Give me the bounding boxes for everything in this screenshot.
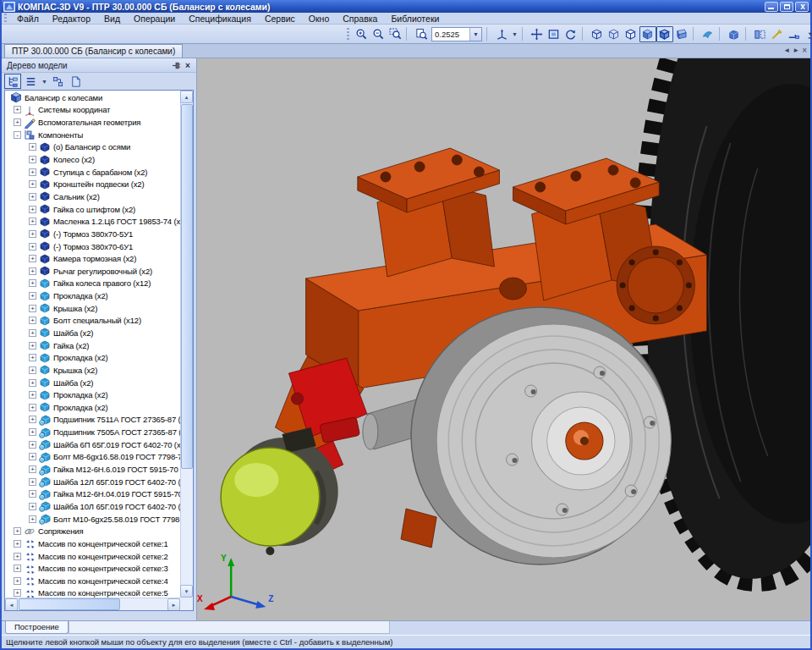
expand-toggle[interactable]: + [29,206,36,213]
zoom-in-button[interactable] [353,26,370,42]
tree-item[interactable]: +(-) Тормоз 380х70-6У1 [5,240,180,253]
tree-item[interactable]: +(-) Тормоз 380х70-5У1 [5,228,180,240]
expand-toggle[interactable]: + [29,218,36,225]
dropdown-arrow-icon[interactable]: ▼ [510,31,519,37]
orientation-button[interactable] [493,26,510,42]
pan-button[interactable] [529,26,546,42]
cut-model-button[interactable] [769,26,786,42]
macro-button[interactable] [786,26,803,42]
tree-item[interactable]: +Подшипник 7511А ГОСТ 27365-87 (x2) [5,414,180,427]
expand-toggle[interactable]: + [29,503,36,510]
tree-item[interactable]: +Шайба (x2) [5,377,180,389]
menu-окно[interactable]: Окно [302,14,336,24]
dropdown-arrow-icon[interactable]: ▼ [40,79,49,85]
expand-toggle[interactable]: + [29,267,36,275]
tree-item[interactable]: +Массив по концентрической сетке:5 [5,587,180,598]
composition-button[interactable] [68,74,85,89]
tree-item[interactable]: Балансир с колесами [5,91,180,104]
close-button[interactable]: x [795,2,809,12]
tree-item[interactable]: +Колесо (x2) [5,153,180,166]
restore-button[interactable] [780,2,793,12]
expand-toggle[interactable]: + [29,180,36,188]
tab-close-button[interactable]: × [802,46,807,56]
section-display-button[interactable] [752,26,769,42]
hide-in-components-button[interactable] [726,26,743,42]
expand-toggle[interactable]: + [29,490,36,498]
expand-toggle[interactable]: + [29,230,36,238]
menu-библиотеки[interactable]: Библиотеки [384,14,446,24]
expand-toggle[interactable]: + [14,106,21,113]
menu-справка[interactable]: Справка [336,14,384,24]
expand-toggle[interactable]: + [29,391,36,399]
scroll-left-icon[interactable]: ◄ [5,598,18,611]
expand-toggle[interactable]: + [14,553,21,560]
zoom-scale-input[interactable] [432,28,469,41]
menu-файл[interactable]: Файл [10,14,46,24]
tab-scroll-left-button[interactable]: ◄ [783,46,790,56]
expand-toggle[interactable]: + [29,428,36,436]
toolbar-grip[interactable] [346,27,350,41]
expand-toggle[interactable]: + [29,453,36,460]
tree-item[interactable]: +Шайба (x2) [5,327,180,339]
tree-item[interactable]: +Сопряжения [5,525,180,537]
menu-операции[interactable]: Операции [127,14,182,24]
tree-display-mode-button[interactable] [22,74,39,89]
menu-вид[interactable]: Вид [97,14,127,24]
scroll-up-icon[interactable]: ▲ [180,91,193,103]
tree-item[interactable]: +Прокладка (x2) [5,351,180,364]
tree-item[interactable]: +Болт М8-6gх16.58.019 ГОСТ 7798-70 (x30) [5,451,180,464]
expand-toggle[interactable]: + [14,589,21,597]
expand-toggle[interactable]: + [29,255,36,262]
tree-item[interactable]: +Гайка М12-6Н.04.019 ГОСТ 5915-70 (x4) [5,488,180,501]
tree-item[interactable]: +Гайка М12-6Н.6.019 ГОСТ 5915-70 (x12) [5,463,180,476]
tree-structure-button[interactable] [4,74,21,89]
hidden-lines-thin-button[interactable] [606,26,623,42]
tree-item[interactable]: +Масленка 1.2.Ц6 ГОСТ 19853-74 (x2) [5,215,180,228]
tree-item[interactable]: +Системы координат [5,104,180,117]
tree-item[interactable]: +Вспомогательная геометрия [5,116,180,129]
shaded-button[interactable] [639,26,656,42]
hidden-lines-removed-button[interactable] [623,26,639,42]
rotate-button[interactable] [562,26,579,42]
menu-grip[interactable] [3,13,8,24]
expand-toggle[interactable]: + [29,515,36,523]
expand-toggle[interactable]: + [29,193,36,201]
expand-toggle[interactable]: + [14,565,21,572]
expand-toggle[interactable]: + [29,143,36,151]
simplified-display-button[interactable] [700,26,716,42]
tree-item[interactable]: +Шайба 10Л 65Г.019 ГОСТ 6402-70 (x2) [5,500,180,513]
tree-item[interactable]: +Камера тормозная (x2) [5,252,180,265]
expand-toggle[interactable]: + [29,379,36,387]
tree-item[interactable]: +(о) Балансир с осями [5,141,180,154]
close-panel-icon[interactable]: × [182,60,194,71]
tree-horizontal-scrollbar[interactable]: ◄ ► [5,598,180,610]
expand-toggle[interactable]: + [29,366,36,374]
tab-scroll-right-button[interactable]: ► [793,46,799,56]
tree-item[interactable]: +Прокладка (x2) [5,401,180,414]
toolbar-more-button[interactable] [803,26,812,42]
expand-toggle[interactable]: + [14,118,21,126]
expand-toggle[interactable]: + [14,540,21,548]
model-viewport[interactable]: X Y Z [197,58,810,620]
expand-toggle[interactable]: - [14,131,21,139]
tree-item[interactable]: +Гайка (x2) [5,339,180,352]
expand-toggle[interactable]: + [14,527,21,535]
tree-item[interactable]: +Подшипник 7505А ГОСТ 27365-87 (x2) [5,426,180,438]
document-tab[interactable]: ПТР 30.00.000 СБ (Балансир с колесами) [4,44,183,58]
expand-toggle[interactable]: + [29,305,36,312]
expand-toggle[interactable]: + [29,441,36,449]
tree-item[interactable]: +Крышка (x2) [5,364,180,377]
show-all-button[interactable] [546,26,562,42]
tree-hscroll-thumb[interactable] [19,598,120,610]
expand-toggle[interactable]: + [29,243,36,251]
expand-toggle[interactable]: + [29,279,36,287]
perspective-button[interactable] [673,26,690,42]
tree-item[interactable]: +Болт М10-6gх25.58.019 ГОСТ 7798-70 (x4) [5,513,180,526]
menu-спецификация[interactable]: Спецификация [182,14,258,24]
tree-item[interactable]: +Массив по концентрической сетке:4 [5,575,180,587]
tree-item[interactable]: +Прокладка (x2) [5,289,180,302]
menu-редактор[interactable]: Редактор [46,14,97,24]
pin-panel-icon[interactable] [170,60,182,71]
minimize-button[interactable] [765,2,778,12]
combo-dropdown-icon[interactable]: ▼ [469,28,481,41]
